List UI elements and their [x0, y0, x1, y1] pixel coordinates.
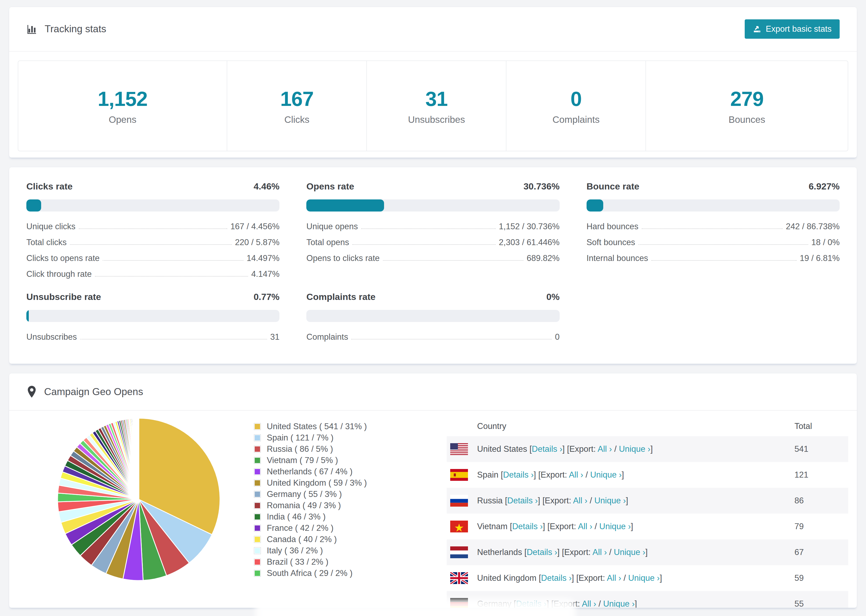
export-all-link[interactable]: All › [598, 444, 612, 454]
bottom-overlay-blur [255, 599, 576, 616]
geo-row-text: Netherlands [Details ›] [Export: All › /… [447, 547, 794, 557]
export-all-link[interactable]: All › [582, 599, 596, 608]
rate-progress-fill [587, 200, 603, 212]
details-link[interactable]: Details › [507, 496, 538, 505]
legend-swatch [254, 434, 261, 441]
rate-value: 0% [546, 292, 560, 302]
details-link[interactable]: Details › [541, 573, 572, 583]
dotted-leader [383, 260, 524, 261]
stat-value: 0 [570, 87, 581, 110]
legend-swatch-color [255, 446, 260, 452]
geo-row-total: 67 [794, 547, 848, 557]
export-unique-link[interactable]: Unique › [628, 573, 660, 583]
details-link[interactable]: Details › [527, 547, 557, 557]
rate-detail-row: Unique opens1,152 / 30.736% [306, 222, 559, 231]
rate-detail-row: Click through rate4.147% [26, 269, 279, 279]
legend-label: Netherlands ( 67 / 4% ) [267, 467, 353, 476]
rate-title: Bounce rate [587, 181, 639, 191]
rate-detail-value: 2,303 / 61.446% [499, 237, 560, 247]
map-pin-icon [26, 385, 37, 398]
rates-row-1: Clicks rate4.46%Unique clicks167 / 4.456… [26, 181, 840, 279]
bracket: [ [501, 470, 503, 479]
rates-row-2: Unsubscribe rate0.77%Unsubscribes31Compl… [26, 292, 840, 342]
legend-item-france: France ( 42 / 2% ) [254, 522, 367, 534]
stat-value: 167 [280, 87, 313, 110]
bracket: ] [Export: [534, 470, 569, 479]
bracket: ] [635, 599, 637, 608]
rate-detail-rows: Unique opens1,152 / 30.736%Total opens2,… [306, 222, 559, 263]
rate-detail-label: Opens to clicks rate [306, 253, 379, 263]
geo-row-total: 55 [794, 599, 848, 608]
rate-detail-label: Total clicks [26, 237, 67, 247]
details-link[interactable]: Details › [512, 522, 543, 531]
rate-title-row: Unsubscribe rate0.77% [26, 292, 279, 302]
legend-item-netherlands: Netherlands ( 67 / 4% ) [254, 466, 367, 477]
bracket: ] [Export: [562, 444, 598, 454]
export-unique-link[interactable]: Unique › [594, 496, 626, 505]
stat-value: 279 [730, 87, 764, 110]
legend-swatch [254, 491, 261, 498]
bracket: ] [Export: [538, 496, 573, 505]
details-link[interactable]: Details › [532, 444, 562, 454]
dotted-leader [80, 339, 267, 339]
rate-detail-value: 689.82% [527, 253, 559, 263]
stat-cell-opens: 1,152Opens [18, 61, 227, 151]
bracket: ] [631, 522, 633, 531]
geo-header: Campaign Geo Opens [9, 373, 857, 411]
legend-label: Canada ( 40 / 2% ) [267, 534, 337, 544]
geo-row-text: Russia [Details ›] [Export: All › / Uniq… [447, 496, 794, 506]
export-unique-link[interactable]: Unique › [599, 522, 631, 531]
legend-item-united-kingdom: United Kingdom ( 59 / 3% ) [254, 477, 367, 489]
export-all-link[interactable]: All › [569, 470, 583, 479]
rate-detail-label: Unique clicks [26, 222, 76, 231]
legend-label: Italy ( 36 / 2% ) [267, 546, 323, 556]
rate-detail-row: Total opens2,303 / 61.446% [306, 237, 559, 247]
dotted-leader [70, 244, 232, 245]
export-all-link[interactable]: All › [607, 573, 621, 583]
export-basic-stats-button[interactable]: Export basic stats [745, 19, 840, 39]
geo-country-name: United States [477, 444, 529, 454]
geo-table-row-vn: Vietnam [Details ›] [Export: All › / Uni… [447, 514, 848, 539]
rate-detail-label: Total opens [306, 237, 349, 247]
slash: / [587, 496, 594, 505]
legend-swatch-color [255, 525, 260, 531]
rate-title: Opens rate [306, 181, 354, 191]
rate-detail-label: Internal bounces [587, 253, 648, 263]
slash: / [592, 522, 599, 531]
export-unique-link[interactable]: Unique › [603, 599, 635, 608]
stat-cell-clicks: 167Clicks [227, 61, 366, 151]
legend-swatch [254, 468, 261, 475]
geo-row-total: 121 [794, 470, 848, 480]
geo-country-name: Russia [477, 496, 505, 505]
geo-country-name: Netherlands [477, 547, 524, 557]
export-all-link[interactable]: All › [592, 547, 607, 557]
campaign-geo-opens-card: Campaign Geo Opens United States ( 541 /… [9, 373, 857, 608]
bracket: ] [650, 444, 653, 454]
export-basic-stats-label: Export basic stats [766, 24, 831, 34]
details-link[interactable]: Details › [503, 470, 534, 479]
export-unique-link[interactable]: Unique › [590, 470, 622, 479]
geo-country-name: Spain [477, 470, 501, 479]
slash: / [583, 470, 590, 479]
rate-detail-label: Click through rate [26, 269, 92, 279]
slash: / [596, 599, 603, 608]
legend-item-italy: Italy ( 36 / 2% ) [254, 545, 367, 556]
export-all-link[interactable]: All › [578, 522, 592, 531]
gb-flag-icon [450, 572, 468, 584]
rate-detail-rows: Hard bounces242 / 86.738%Soft bounces18 … [587, 222, 840, 263]
export-unique-link[interactable]: Unique › [614, 547, 645, 557]
legend-swatch [254, 570, 261, 577]
tracking-stats-header: Tracking stats Export basic stats [9, 7, 857, 52]
export-unique-link[interactable]: Unique › [619, 444, 650, 454]
geo-body: United States ( 541 / 31% )Spain ( 121 /… [9, 411, 857, 608]
geo-row-text: Vietnam [Details ›] [Export: All › / Uni… [447, 522, 794, 531]
rate-title: Complaints rate [306, 292, 375, 302]
legend-swatch-color [255, 435, 260, 440]
legend-swatch [254, 479, 261, 486]
rate-title-row: Opens rate30.736% [306, 181, 559, 191]
dotted-leader [103, 260, 243, 261]
export-all-link[interactable]: All › [573, 496, 587, 505]
rate-detail-row: Complaints0 [306, 332, 559, 342]
legend-item-india: India ( 46 / 3% ) [254, 511, 367, 522]
legend-label: Romania ( 49 / 3% ) [267, 501, 341, 511]
